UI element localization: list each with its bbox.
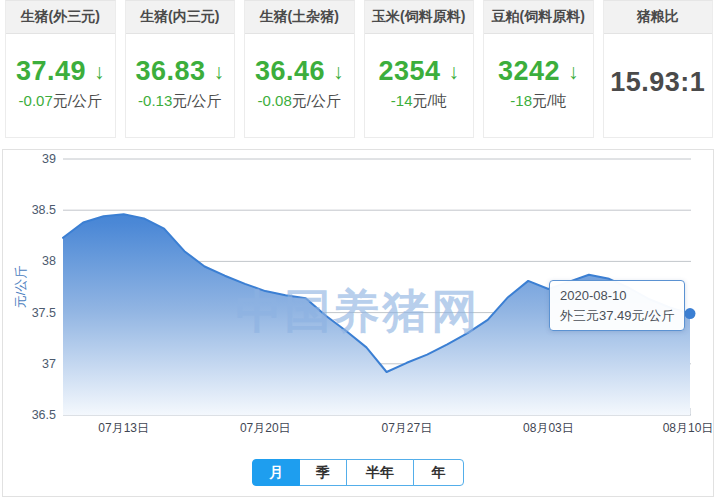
card-body: 36.83 ↓ -0.13元/公斤: [126, 34, 235, 137]
y-tick-label: 37: [42, 357, 56, 371]
tooltip-date: 2020-08-10: [560, 286, 674, 306]
card-soybean-meal[interactable]: 豆粕(饲料原料) 3242 ↓ -18元/吨: [483, 0, 594, 138]
card-value: 2354: [378, 58, 440, 85]
card-change-row: -14元/吨: [391, 93, 447, 108]
y-tick-label: 38: [42, 254, 56, 268]
card-body: 3242 ↓ -18元/吨: [484, 34, 593, 137]
y-tick-label: 39: [42, 152, 56, 166]
y-tick-label: 37.5: [32, 306, 56, 320]
down-arrow-icon: ↓: [568, 61, 579, 82]
tooltip-value: 外三元37.49元/公斤: [560, 306, 674, 326]
card-title: 猪粮比: [604, 1, 713, 34]
down-arrow-icon: ↓: [214, 61, 225, 82]
x-tick-label: 07月20日: [240, 421, 291, 435]
card-value: 37.49: [16, 58, 86, 85]
tab-quarter[interactable]: 季: [299, 459, 347, 486]
x-tick-label: 07月13日: [98, 421, 149, 435]
y-tick-label: 36.5: [32, 408, 56, 422]
down-arrow-icon: ↓: [94, 61, 105, 82]
card-change-row: -0.08元/公斤: [258, 93, 341, 108]
card-title: 生猪(外三元): [6, 1, 115, 34]
down-arrow-icon: ↓: [449, 61, 460, 82]
y-axis-title: 元/公斤: [13, 266, 28, 309]
card-pig-tuza[interactable]: 生猪(土杂猪) 36.46 ↓ -0.08元/公斤: [244, 0, 355, 138]
card-value: 15.93:1: [610, 69, 705, 96]
card-change-row: -0.13元/公斤: [138, 93, 221, 108]
card-title: 生猪(土杂猪): [245, 1, 354, 34]
last-point-marker: [685, 308, 696, 319]
card-value: 36.46: [255, 58, 325, 85]
card-pig-grain-ratio[interactable]: 猪粮比 15.93:1: [603, 0, 714, 138]
card-body: 2354 ↓ -14元/吨: [365, 34, 474, 137]
card-change-row: -0.07元/公斤: [19, 93, 102, 108]
down-arrow-icon: ↓: [333, 61, 344, 82]
card-title: 豆粕(饲料原料): [484, 1, 593, 34]
card-corn[interactable]: 玉米(饲料原料) 2354 ↓ -14元/吨: [364, 0, 475, 138]
card-value: 36.83: [135, 58, 205, 85]
x-tick-label: 08月03日: [523, 421, 574, 435]
card-title: 生猪(内三元): [126, 1, 235, 34]
chart-tooltip: 2020-08-10 外三元37.49元/公斤: [549, 280, 685, 331]
price-card-row: 生猪(外三元) 37.49 ↓ -0.07元/公斤 生猪(内三元) 36.83 …: [0, 0, 718, 138]
tab-month[interactable]: 月: [252, 459, 300, 486]
card-body: 37.49 ↓ -0.07元/公斤: [6, 34, 115, 137]
x-tick-label: 08月10日: [663, 421, 714, 435]
tab-year[interactable]: 年: [413, 459, 464, 486]
card-body: 15.93:1: [604, 34, 713, 137]
period-switcher: 月 季 半年 年: [252, 459, 464, 486]
card-value: 3242: [498, 58, 560, 85]
card-change-row: -18元/吨: [510, 93, 566, 108]
card-body: 36.46 ↓ -0.08元/公斤: [245, 34, 354, 137]
card-pig-wai[interactable]: 生猪(外三元) 37.49 ↓ -0.07元/公斤: [5, 0, 116, 138]
card-title: 玉米(饲料原料): [365, 1, 474, 34]
price-trend-chart: 3938.53837.53736.5元/公斤07月13日07月20日07月27日…: [2, 149, 714, 497]
card-pig-nei[interactable]: 生猪(内三元) 36.83 ↓ -0.13元/公斤: [125, 0, 236, 138]
y-tick-label: 38.5: [32, 203, 56, 217]
x-tick-label: 07月27日: [381, 421, 432, 435]
tab-half-year[interactable]: 半年: [346, 459, 414, 486]
